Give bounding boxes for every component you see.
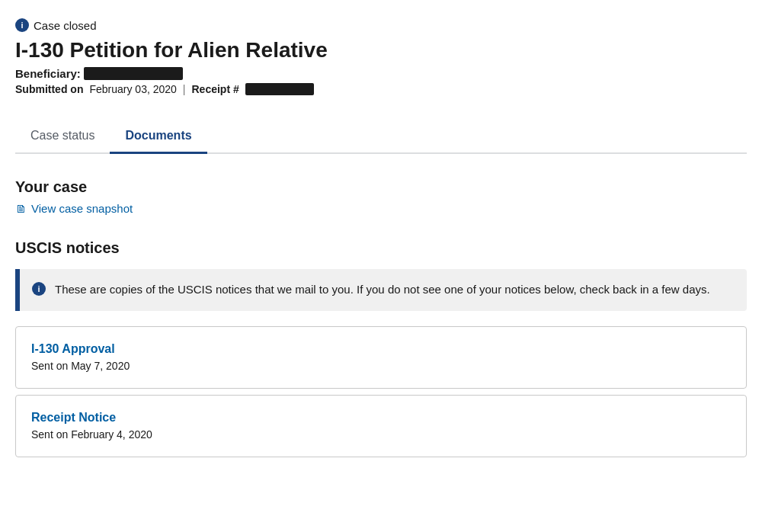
info-icon: i: [15, 18, 29, 32]
info-banner: i These are copies of the USCIS notices …: [15, 269, 747, 311]
receipt-value: IOE0071730...: [245, 83, 314, 95]
document-card-1: I-130 Approval Sent on May 7, 2020: [15, 326, 747, 389]
divider: |: [183, 83, 186, 95]
uscis-notices-heading: USCIS notices: [15, 239, 747, 257]
beneficiary-label: Beneficiary:: [15, 67, 81, 80]
document-title-2[interactable]: Receipt Notice: [31, 411, 731, 425]
status-text: Case closed: [34, 19, 97, 32]
tab-documents[interactable]: Documents: [110, 120, 207, 154]
beneficiary-name: Erika Aurora Rein...: [84, 67, 183, 80]
submission-line: Submitted on February 03, 2020 | Receipt…: [15, 83, 747, 95]
document-date-1: Sent on May 7, 2020: [31, 360, 130, 372]
beneficiary-line: Beneficiary: Erika Aurora Rein...: [15, 67, 747, 80]
document-date-2: Sent on February 4, 2020: [31, 428, 152, 441]
case-title: I-130 Petition for Alien Relative: [15, 38, 747, 62]
tabs-container: Case status Documents: [15, 120, 747, 154]
uscis-notices-section: USCIS notices i These are copies of the …: [15, 239, 747, 457]
submitted-value: February 03, 2020: [89, 83, 176, 95]
case-header: i Case closed I-130 Petition for Alien R…: [15, 18, 747, 95]
banner-info-icon: i: [32, 282, 46, 296]
your-case-heading: Your case: [15, 178, 747, 196]
page-container: i Case closed I-130 Petition for Alien R…: [0, 0, 762, 506]
receipt-label: Receipt #: [191, 83, 239, 95]
document-title-1[interactable]: I-130 Approval: [31, 342, 731, 356]
snapshot-link-label: View case snapshot: [31, 202, 133, 215]
document-icon: 🗎: [15, 202, 27, 215]
view-snapshot-link[interactable]: 🗎 View case snapshot: [15, 202, 747, 215]
document-card-2: Receipt Notice Sent on February 4, 2020: [15, 395, 747, 457]
your-case-section: Your case 🗎 View case snapshot: [15, 178, 747, 215]
banner-text: These are copies of the USCIS notices th…: [55, 281, 710, 299]
case-status-badge: i Case closed: [15, 18, 747, 32]
submitted-label: Submitted on: [15, 83, 83, 95]
tab-case-status[interactable]: Case status: [15, 120, 110, 154]
